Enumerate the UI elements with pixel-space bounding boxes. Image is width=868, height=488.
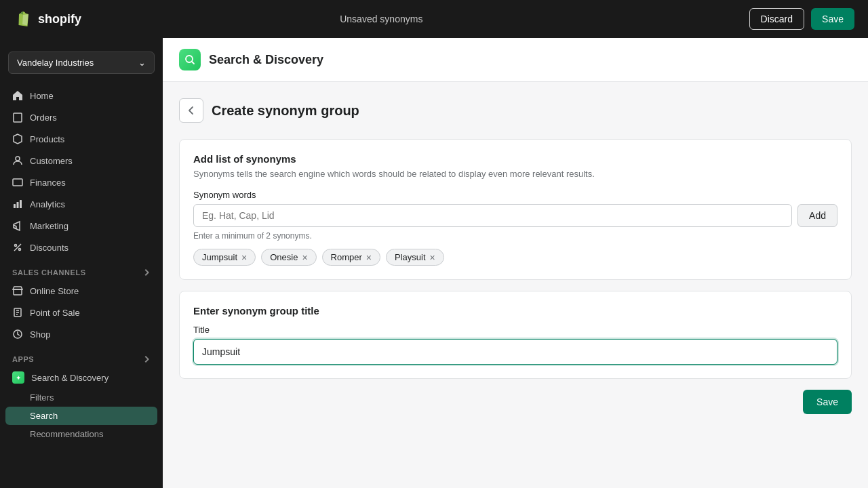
- sidebar-item-point-of-sale[interactable]: Point of Sale: [5, 302, 157, 323]
- tag-label-onesie: Onesie: [270, 252, 298, 262]
- store-icon: [12, 285, 23, 296]
- svg-rect-2: [13, 179, 22, 186]
- apps-section: Apps: [5, 345, 157, 367]
- sidebar-label-customers: Customers: [30, 156, 73, 166]
- svg-point-6: [15, 245, 17, 247]
- sidebar-item-finances[interactable]: Finances: [5, 171, 157, 193]
- svg-rect-0: [14, 113, 22, 122]
- store-select-dropdown[interactable]: Vandelay Industries ⌄: [8, 52, 155, 74]
- page-title: Search & Discovery: [209, 53, 323, 67]
- group-title-heading: Enter synonym group title: [193, 305, 837, 317]
- save-top-button[interactable]: Save: [811, 8, 854, 30]
- sidebar-sub-label-search: Search: [30, 411, 58, 421]
- create-header: Create synonym group: [179, 98, 852, 123]
- svg-point-1: [16, 157, 20, 161]
- sidebar-label-orders: Orders: [30, 113, 57, 123]
- unsaved-label: Unsaved synonyms: [340, 14, 422, 24]
- sidebar-label-discounts: Discounts: [30, 243, 68, 253]
- sidebar-item-search-discovery[interactable]: ✦ Search & Discovery: [5, 367, 157, 388]
- sidebar-label-finances: Finances: [30, 178, 66, 188]
- discard-button[interactable]: Discard: [749, 8, 804, 30]
- chevron-down-icon: ⌄: [138, 58, 146, 68]
- discounts-icon: [12, 242, 23, 253]
- sales-channels-section: Sales channels: [5, 258, 157, 280]
- add-synonyms-desc: Synonyms tells the search engine which w…: [193, 169, 837, 179]
- search-discovery-app-icon: ✦: [12, 371, 24, 384]
- store-selector[interactable]: Vandelay Industries ⌄: [8, 52, 155, 74]
- svg-rect-8: [14, 289, 22, 295]
- svg-rect-3: [14, 204, 16, 208]
- tag-remove-romper[interactable]: ×: [366, 253, 372, 262]
- sidebar-label-online-store: Online Store: [30, 286, 79, 296]
- marketing-icon: [12, 220, 23, 231]
- sidebar-label-search-discovery: Search & Discovery: [31, 373, 108, 383]
- sidebar-item-shop[interactable]: Shop: [5, 323, 157, 345]
- tags-row: Jumpsuit×Onesie×Romper×Playsuit×: [193, 249, 837, 266]
- sidebar: Vandelay Industries ⌄ Home Orders Produc…: [0, 38, 163, 488]
- search-discovery-header-icon: [184, 54, 196, 66]
- page-body: Create synonym group Add list of synonym…: [163, 82, 868, 430]
- tag-jumpsuit: Jumpsuit×: [193, 249, 256, 266]
- tag-romper: Romper×: [322, 249, 380, 266]
- add-button[interactable]: Add: [797, 204, 837, 227]
- sidebar-item-home[interactable]: Home: [5, 85, 157, 106]
- svg-rect-5: [20, 200, 22, 208]
- sidebar-sub-label-recommendations: Recommendations: [30, 429, 103, 439]
- main-content: Search & Discovery Create synonym group …: [163, 38, 868, 488]
- tag-label-romper: Romper: [331, 252, 362, 262]
- create-title: Create synonym group: [212, 103, 359, 119]
- sales-channels-label: Sales channels: [12, 268, 86, 277]
- sidebar-item-discounts[interactable]: Discounts: [5, 237, 157, 258]
- save-row: Save: [179, 390, 852, 414]
- synonym-input-row: Add: [193, 204, 837, 227]
- tag-remove-onesie[interactable]: ×: [302, 253, 307, 262]
- store-name: Vandelay Industries: [17, 58, 94, 68]
- app-header-icon: [179, 49, 201, 70]
- expand-icon: [141, 268, 151, 277]
- sidebar-label-analytics: Analytics: [30, 199, 65, 209]
- page-header: Search & Discovery: [163, 38, 868, 82]
- sidebar-item-orders[interactable]: Orders: [5, 106, 157, 128]
- sidebar-sub-item-recommendations[interactable]: Recommendations: [5, 425, 157, 443]
- sidebar-item-analytics[interactable]: Analytics: [5, 193, 157, 215]
- orders-icon: [12, 112, 23, 123]
- title-card: Enter synonym group title Title: [179, 291, 852, 379]
- customers-icon: [12, 155, 23, 166]
- add-synonyms-title: Add list of synonyms: [193, 153, 837, 165]
- tag-label-jumpsuit: Jumpsuit: [202, 252, 237, 262]
- svg-point-7: [19, 249, 21, 251]
- sidebar-label-point-of-sale: Point of Sale: [30, 308, 80, 318]
- title-input[interactable]: [193, 339, 837, 365]
- logo-text: shopify: [38, 12, 81, 26]
- tag-remove-playsuit[interactable]: ×: [430, 253, 435, 262]
- sidebar-label-products: Products: [30, 134, 64, 144]
- synonym-words-label: Synonym words: [193, 190, 837, 200]
- topnav-actions: Discard Save: [749, 8, 854, 30]
- pos-icon: [12, 307, 23, 318]
- sidebar-item-products[interactable]: Products: [5, 128, 157, 150]
- synonym-input[interactable]: [193, 204, 792, 227]
- sidebar-nav: Home Orders Products Customers Finances: [0, 85, 163, 443]
- finances-icon: [12, 177, 23, 188]
- save-bottom-button[interactable]: Save: [803, 390, 852, 414]
- sidebar-item-marketing[interactable]: Marketing: [5, 215, 157, 237]
- sidebar-label-shop: Shop: [30, 329, 50, 340]
- sidebar-sub-label-filters: Filters: [30, 392, 54, 403]
- title-field-label: Title: [193, 325, 837, 335]
- sidebar-label-home: Home: [30, 91, 54, 101]
- shop-icon: [12, 329, 23, 340]
- back-button[interactable]: [179, 98, 203, 123]
- home-icon: [12, 90, 23, 101]
- products-icon: [12, 134, 23, 144]
- sidebar-item-customers[interactable]: Customers: [5, 150, 157, 171]
- top-navigation: shopify Unsaved synonyms Discard Save: [0, 0, 868, 38]
- svg-rect-4: [17, 202, 19, 208]
- back-arrow-icon: [186, 105, 197, 116]
- sidebar-item-online-store[interactable]: Online Store: [5, 280, 157, 302]
- sidebar-sub-item-search[interactable]: Search: [5, 407, 157, 425]
- sidebar-sub-item-filters[interactable]: Filters: [5, 388, 157, 407]
- analytics-icon: [12, 199, 23, 209]
- sidebar-label-marketing: Marketing: [30, 221, 68, 231]
- synonym-hint: Enter a minimum of 2 synonyms.: [193, 231, 837, 241]
- tag-remove-jumpsuit[interactable]: ×: [241, 253, 247, 262]
